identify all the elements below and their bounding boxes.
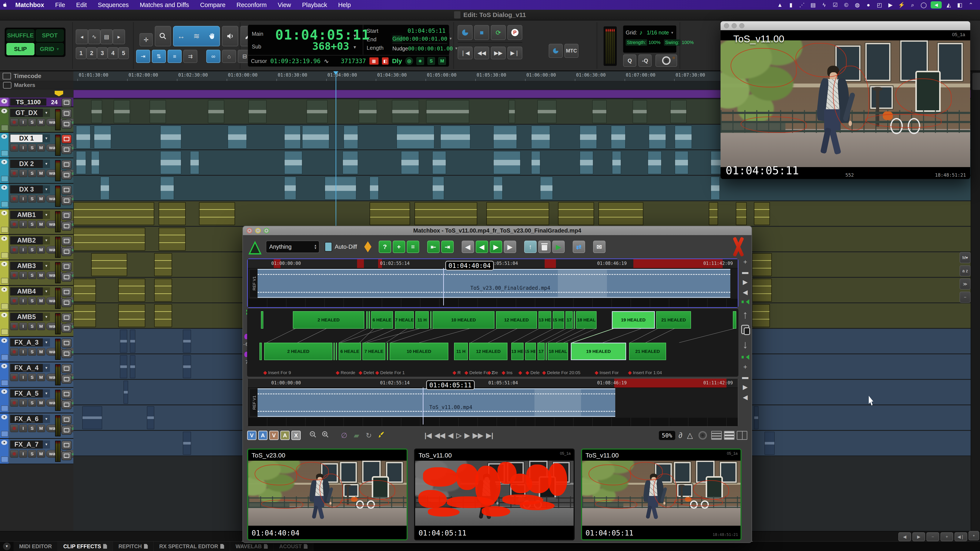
audio-clip[interactable] <box>392 100 419 123</box>
healed-segment[interactable] <box>387 343 388 360</box>
play-forward-icon[interactable]: ▶ <box>743 279 748 285</box>
link-strips-icon[interactable] <box>741 325 749 334</box>
menu-item-sequences[interactable]: Sequences <box>92 0 134 10</box>
s-button[interactable]: S <box>28 348 36 356</box>
mb-transport-0[interactable]: |◀ <box>425 431 432 440</box>
bottom-strip-playhead[interactable] <box>423 387 423 424</box>
audio-clip[interactable] <box>183 432 191 455</box>
audio-clip[interactable] <box>76 151 86 174</box>
solo-indicator[interactable]: S <box>428 57 435 65</box>
track-name[interactable]: GT_DX <box>10 109 43 117</box>
scroll-tool-button[interactable]: ✛ <box>140 33 153 46</box>
online-button[interactable] <box>458 25 473 40</box>
track-name-dropdown[interactable]: ▼ <box>43 185 50 194</box>
track-view-selector[interactable]: wave <box>46 322 64 330</box>
healed-segment[interactable]: 21 HEALED <box>656 311 691 329</box>
i-button[interactable]: I <box>19 348 27 356</box>
audio-clip[interactable] <box>161 125 181 149</box>
track-header-fx-a-4[interactable]: ▼FX_A_4▼ISMwaveread <box>0 362 73 387</box>
s-button[interactable]: S <box>28 221 36 228</box>
sync-indicator[interactable]: ◎ <box>406 57 413 65</box>
collapse-chevron-icon[interactable]: ▼ <box>1 389 7 394</box>
audio-clip[interactable] <box>183 330 191 353</box>
audio-clip[interactable] <box>73 202 154 225</box>
reference-strip-top[interactable]: 01:00:00:0001:02:55:1401:05:51:0401:08:4… <box>247 259 738 308</box>
track-view-icon[interactable] <box>62 237 72 246</box>
audio-clip[interactable] <box>344 125 358 149</box>
audio-clip[interactable] <box>580 125 597 149</box>
bottom-strip-ruler[interactable]: 01:00:00:0001:02:55:1401:05:51:0401:08:4… <box>248 379 738 388</box>
audio-clip[interactable] <box>159 228 186 251</box>
collapse-chevron-icon[interactable]: ▼ <box>1 415 7 419</box>
delay-indicator[interactable]: Dly <box>392 57 402 65</box>
audio-clip[interactable] <box>130 330 135 353</box>
audio-clip[interactable] <box>91 253 127 276</box>
insertion-follows-button[interactable]: ⇅ <box>152 50 166 63</box>
marker-bubble-icon[interactable] <box>3 82 11 89</box>
grid-mode-button[interactable]: GRID▼ <box>36 43 64 55</box>
audio-clip[interactable] <box>754 202 770 225</box>
track-view-selector[interactable]: wave <box>46 450 64 458</box>
zoom-out-mag-icon[interactable] <box>308 430 318 440</box>
audio-zoom-button[interactable]: ∿ <box>88 29 100 44</box>
sub-counter-dropdown[interactable]: ▼ <box>353 45 357 50</box>
track-view-icon[interactable] <box>62 186 72 195</box>
healed-segment[interactable]: 15 HE <box>553 311 564 329</box>
filter-dropdown[interactable]: Anything▲▼ <box>266 241 320 253</box>
audio-clip[interactable] <box>161 177 174 200</box>
zoom-in-mag-icon[interactable] <box>320 430 331 440</box>
track-view-selector[interactable]: wave <box>46 272 64 279</box>
loop-compare-icon[interactable]: ↻ <box>364 431 374 440</box>
audio-clip[interactable] <box>124 381 128 404</box>
audio-clip[interactable] <box>538 100 556 123</box>
collapse-chevron-icon[interactable]: ▼ <box>1 338 7 343</box>
collapse-chevron-icon[interactable]: ▼ <box>1 185 7 190</box>
track-name[interactable]: TS_1100 <box>10 98 46 106</box>
prompter-icon[interactable]: ▲ <box>776 1 784 8</box>
audio-clip[interactable] <box>73 279 96 302</box>
track-name[interactable]: AMB1 <box>10 211 43 219</box>
panel-icon[interactable]: ▮ <box>787 1 795 8</box>
midi-zoom-button[interactable]: ▤ <box>100 29 113 44</box>
zoom-plus-button[interactable]: + <box>940 532 953 541</box>
track-header-dx-3[interactable]: ▼DX 3▼ISMwaveread <box>0 184 73 209</box>
track-name[interactable]: DX 3 <box>10 185 43 194</box>
i-button[interactable]: I <box>19 144 27 152</box>
s-button[interactable]: S <box>28 195 36 203</box>
partial-symbol-icon[interactable]: ∂ <box>679 431 682 440</box>
healed-segment[interactable]: 10 HEALED <box>390 343 448 360</box>
s-button[interactable]: S <box>28 322 36 330</box>
tab-clip-effects[interactable]: CLIP EFFECTS <box>58 541 113 551</box>
rewind-button[interactable]: ◀◀ <box>474 46 489 59</box>
copy-up-icon[interactable]: ↑ <box>743 308 748 321</box>
marker-flag-icon[interactable] <box>55 91 63 96</box>
track-view-icon[interactable] <box>62 98 72 107</box>
link-timeline-button[interactable]: ∞ <box>206 50 220 63</box>
m-button[interactable]: M <box>37 272 45 279</box>
prev-alt-button[interactable]: ◀ <box>462 241 474 253</box>
comments-icon[interactable] <box>62 349 72 358</box>
next-match-button[interactable]: ▶ <box>490 241 502 253</box>
track-name-dropdown[interactable]: ▼ <box>43 160 50 168</box>
filmstrip-view-icon[interactable] <box>711 431 722 440</box>
audio-clip[interactable] <box>325 177 356 200</box>
healed-segment[interactable] <box>261 311 263 329</box>
audio-clip[interactable] <box>120 355 127 378</box>
edit-marker[interactable]: ◆Insert For 9 <box>263 370 291 375</box>
preroll-button[interactable]: P <box>508 25 522 40</box>
m-button[interactable]: M <box>37 424 45 432</box>
audio-clip[interactable] <box>711 151 722 174</box>
clip-toggle-icon[interactable]: ▰ <box>352 431 361 440</box>
collapse-chevron-icon[interactable]: ▼ <box>1 364 7 368</box>
healed-segment[interactable]: 2 HEALED <box>264 343 332 360</box>
reference-strip-bottom[interactable]: 01:00:00:0001:02:55:1401:05:51:0401:08:4… <box>247 378 738 427</box>
mb-transport-3[interactable]: ▷ <box>456 431 461 440</box>
menu-item-file[interactable]: File <box>49 0 71 10</box>
loop-playback-button[interactable]: ⟳ <box>491 25 506 40</box>
healed-segment[interactable]: 17 <box>538 343 545 360</box>
stop-button[interactable]: ■ <box>474 25 489 40</box>
heal-brush-icon[interactable] <box>376 431 386 440</box>
audio-clip[interactable] <box>558 202 594 225</box>
shuffle-mode-button[interactable]: SHUFFLE <box>6 29 35 42</box>
reference-clip-top[interactable]: ToS_v23.00_FinalGraded.mp4 <box>258 269 730 298</box>
